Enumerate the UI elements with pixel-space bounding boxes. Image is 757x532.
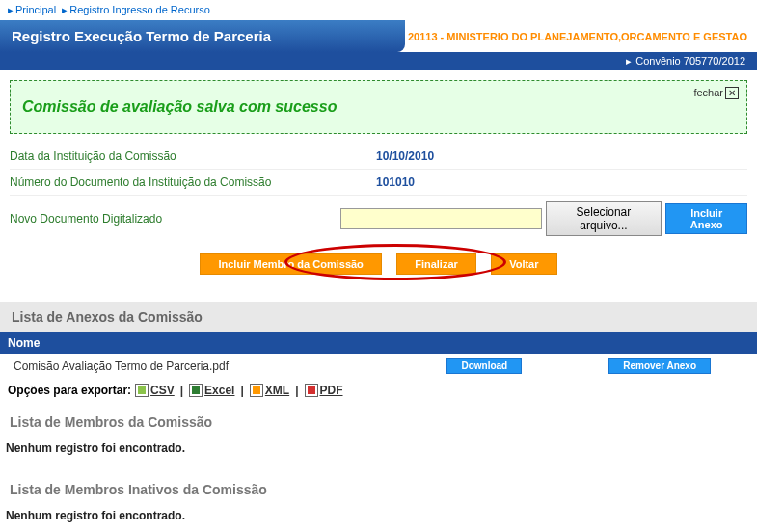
export-pdf-label: PDF (320, 384, 343, 397)
export-xml-label: XML (265, 384, 289, 397)
numero-label: Número do Documento da Instituição da Co… (10, 175, 376, 189)
separator: | (240, 384, 243, 397)
anexos-section-title: Lista de Anexos da Comissão (0, 302, 757, 332)
table-row: Comisão Avaliação Termo de Parceria.pdf … (0, 354, 757, 378)
novo-label: Novo Documento Digitalizado (10, 212, 340, 226)
success-text: Comissão de avaliação salva com sucesso (22, 98, 337, 115)
action-row: Incluir Membro da Comissão Finalizar Vol… (10, 242, 747, 294)
convenio-text: Convênio 705770/2012 (635, 55, 745, 66)
membros-empty: Nenhum registro foi encontrado. (0, 434, 757, 470)
breadcrumb: ▸Principal ▸Registro Ingresso de Recurso (0, 0, 757, 20)
chevron-right-icon: ▸ (8, 4, 14, 15)
separator: | (295, 384, 298, 397)
breadcrumb-principal[interactable]: Principal (15, 4, 56, 15)
ministry-label: 20113 - MINISTERIO DO PLANEJAMENTO,ORCAM… (405, 31, 757, 42)
pdf-icon (305, 384, 318, 397)
export-row: Opções para exportar: CSV | Excel | XML … (0, 378, 757, 403)
separator: | (180, 384, 183, 397)
inativos-empty: Nenhum registro foi encontrado. (0, 501, 757, 532)
inativos-section-title: Lista de Membros Inativos da Comissão (0, 470, 757, 501)
export-excel[interactable]: Excel (189, 384, 234, 397)
header-row: Registro Execução Termo de Parceria 2011… (0, 20, 757, 52)
voltar-button[interactable]: Voltar (491, 253, 556, 275)
remover-anexo-button[interactable]: Remover Anexo (608, 358, 711, 374)
numero-value: 101010 (376, 175, 415, 189)
export-pdf[interactable]: PDF (305, 384, 343, 397)
page-title: Registro Execução Termo de Parceria (0, 20, 405, 52)
xml-icon (250, 384, 263, 397)
download-button[interactable]: Download (446, 358, 522, 374)
excel-icon (189, 384, 203, 397)
file-name: Comisão Avaliação Termo de Parceria.pdf (14, 359, 446, 373)
export-csv-label: CSV (150, 384, 175, 397)
select-file-button[interactable]: Selecionar arquivo... (546, 201, 662, 236)
convenio-bar: ▸Convênio 705770/2012 (0, 52, 757, 70)
finalizar-button[interactable]: Finalizar (396, 253, 476, 275)
data-value: 10/10/2010 (376, 149, 434, 163)
form-row-numero: Número do Documento da Instituição da Co… (10, 170, 747, 196)
csv-icon (135, 384, 149, 397)
form-row-data: Data da Instituição da Comissão 10/10/20… (10, 144, 747, 170)
membros-section-title: Lista de Membros da Comissão (0, 403, 757, 434)
anexos-table-header: Nome (0, 332, 757, 354)
export-label: Opções para exportar: (8, 384, 131, 397)
incluir-anexo-button[interactable]: Incluir Anexo (665, 203, 747, 234)
chevron-right-icon: ▸ (62, 4, 68, 15)
incluir-membro-button[interactable]: Incluir Membro da Comissão (200, 253, 381, 275)
export-xml[interactable]: XML (250, 384, 289, 397)
data-label: Data da Instituição da Comissão (10, 149, 376, 163)
close-icon: ✕ (725, 87, 739, 99)
breadcrumb-registro[interactable]: Registro Ingresso de Recurso (69, 4, 210, 15)
form-area: Data da Instituição da Comissão 10/10/20… (0, 144, 757, 294)
form-row-upload: Novo Documento Digitalizado Selecionar a… (10, 196, 747, 242)
close-label: fechar (693, 87, 723, 98)
file-path-input[interactable] (340, 208, 541, 229)
export-csv[interactable]: CSV (135, 384, 175, 397)
export-excel-label: Excel (204, 384, 234, 397)
success-message-box: Comissão de avaliação salva com sucesso … (10, 80, 747, 134)
close-button[interactable]: fechar✕ (693, 87, 739, 98)
chevron-right-icon: ▸ (626, 55, 632, 66)
